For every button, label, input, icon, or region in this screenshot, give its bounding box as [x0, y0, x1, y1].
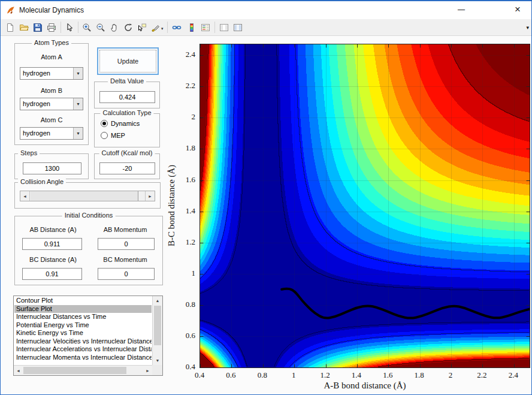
pes-contour-canvas[interactable] [200, 44, 530, 367]
toolbar-separator [214, 22, 215, 33]
collision-angle-panel: Collision Angle ◄ ► [14, 182, 161, 209]
open-file-button[interactable] [17, 21, 31, 34]
legend-icon [201, 23, 210, 32]
atom-c-dropdown[interactable]: hydrogen ▼ [20, 127, 83, 140]
insert-legend-button[interactable] [199, 21, 212, 34]
y-tick-label: 2 [192, 112, 196, 122]
horizontal-scroll-thumb[interactable] [23, 367, 126, 374]
x-tick-label: 1.8 [415, 370, 424, 380]
data-cursor-button[interactable] [135, 21, 149, 34]
y-tick-label: 0.4 [186, 362, 195, 372]
y-tick-label: 0.8 [186, 300, 195, 309]
list-item[interactable]: Potential Energy vs Time [14, 321, 152, 330]
y-tick-label: 1.6 [186, 175, 195, 185]
list-item[interactable]: Kinetic Energy vs Time [14, 329, 152, 337]
initial-conditions-panel-title: Initial Conditions [62, 212, 116, 219]
zoom-in-button[interactable] [80, 21, 93, 34]
link-icon [172, 23, 182, 32]
x-tick-label: 1.6 [383, 370, 392, 380]
plot-type-listbox: Contour Plot Surface Plot Internuclear D… [13, 296, 163, 376]
bc-distance-input[interactable] [22, 268, 82, 280]
calculation-type-panel: Calculation Type Dynamics MEP [94, 113, 160, 147]
update-button[interactable]: Update [97, 47, 159, 75]
bc-momentum-label: BC Momentum [92, 256, 159, 263]
titlebar: Molecular Dynamics — × [1, 1, 531, 19]
list-item[interactable]: Internuclear Velocities vs Internuclear … [14, 337, 152, 346]
zoom-in-icon [82, 23, 92, 32]
rotate-3d-button[interactable] [122, 21, 135, 34]
brush-dropdown-caret-icon[interactable]: ▾ [161, 26, 164, 31]
insert-colorbar-button[interactable] [185, 21, 198, 34]
plot-type-list-items: Contour Plot Surface Plot Internuclear D… [14, 297, 152, 364]
link-plot-button[interactable] [170, 21, 183, 34]
atom-b-dropdown[interactable]: hydrogen ▼ [20, 98, 83, 110]
scroll-down-arrow[interactable]: ▼ [153, 356, 162, 365]
zoom-out-button[interactable] [94, 21, 107, 34]
colorbar-icon [187, 23, 197, 32]
delta-value-input[interactable] [99, 91, 155, 103]
x-tick-label: 2 [449, 370, 453, 380]
chevron-down-icon: ▼ [73, 68, 83, 79]
print-figure-button[interactable] [45, 21, 58, 34]
pan-button[interactable] [108, 21, 121, 34]
minimize-button[interactable]: — [448, 1, 475, 18]
steps-input[interactable] [23, 162, 81, 174]
new-document-icon [5, 23, 15, 32]
x-axis-label: A-B bond distance (Å) [200, 381, 530, 391]
atom-c-value: hydrogen [23, 129, 50, 137]
close-button[interactable]: × [504, 1, 531, 18]
ab-distance-input[interactable] [22, 238, 82, 250]
slider-right-arrow[interactable]: ► [145, 191, 155, 201]
atom-types-panel-title: Atom Types [32, 39, 71, 46]
figure-area: Atom Types Atom A hydrogen ▼ Atom B hydr… [1, 36, 531, 394]
atom-c-label: Atom C [15, 116, 88, 123]
dynamics-radio[interactable]: Dynamics [101, 120, 140, 127]
save-figure-button[interactable] [31, 21, 44, 34]
brush-icon [151, 23, 161, 32]
list-item-selected[interactable]: Surface Plot [14, 305, 152, 313]
mep-radio[interactable]: MEP [101, 132, 125, 139]
atom-a-label: Atom A [15, 53, 88, 61]
toolbar-overflow-chevron[interactable]: ▾ [526, 25, 529, 31]
list-item[interactable]: Internuclear Distances vs Time [14, 313, 152, 321]
ab-distance-label: AB Distance (A) [19, 226, 87, 233]
folder-icon [19, 23, 29, 32]
ab-momentum-input[interactable] [98, 238, 155, 250]
app-window: Molecular Dynamics — × [0, 0, 532, 395]
steps-panel-title: Steps [18, 149, 40, 156]
hide-plot-tools-button[interactable] [217, 21, 231, 34]
printer-icon [47, 23, 56, 32]
list-item[interactable]: Internuclear Accelerations vs Internucle… [14, 345, 152, 354]
slider-thumb[interactable] [31, 191, 138, 201]
vertical-scrollbar[interactable]: ▲ ▼ [152, 296, 162, 365]
brush-data-button[interactable] [149, 21, 162, 34]
y-tick-label: 2.4 [186, 50, 195, 59]
show-plot-tools-button[interactable] [231, 21, 244, 34]
vertical-scroll-thumb[interactable] [154, 306, 161, 345]
x-tick-label: 0.6 [226, 370, 235, 380]
toolbar-separator [61, 22, 61, 33]
scroll-left-arrow[interactable]: ◄ [14, 366, 23, 375]
scroll-right-arrow[interactable]: ► [143, 366, 152, 375]
atom-b-label: Atom B [15, 87, 88, 94]
collision-angle-slider[interactable]: ◄ ► [20, 191, 155, 201]
bc-momentum-input[interactable] [98, 268, 155, 280]
new-figure-button[interactable] [4, 21, 17, 34]
x-tick-label: 1.4 [352, 370, 361, 380]
x-tick-label: 2.2 [477, 370, 486, 380]
atom-a-dropdown[interactable]: hydrogen ▼ [20, 67, 83, 80]
mep-radio-label: MEP [111, 132, 125, 139]
radio-unselected-icon [101, 132, 108, 139]
scroll-up-arrow[interactable]: ▲ [153, 296, 162, 305]
steps-panel: Steps [14, 153, 89, 179]
data-cursor-icon [137, 23, 147, 32]
scrollbar-corner [152, 365, 162, 375]
edit-plot-button[interactable] [63, 21, 76, 34]
slider-left-arrow[interactable]: ◄ [20, 191, 30, 201]
list-item[interactable]: Contour Plot [14, 297, 152, 305]
x-tick-label: 1 [292, 370, 296, 380]
cutoff-input[interactable] [99, 162, 155, 174]
list-item[interactable]: Internuclear Momenta vs Internuclear Dis… [14, 354, 152, 362]
horizontal-scrollbar[interactable]: ◄ ► [14, 365, 152, 375]
initial-conditions-panel: Initial Conditions AB Distance (A) AB Mo… [14, 216, 163, 285]
